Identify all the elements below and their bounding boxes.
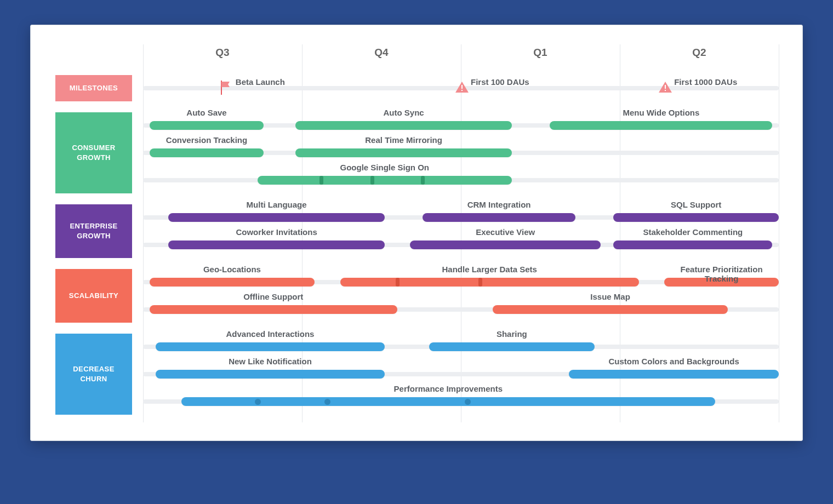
- gridline-0: [143, 44, 144, 422]
- category-enterprise: ENTERPRISE GROWTH: [55, 204, 132, 258]
- gantt-bar[interactable]: [150, 121, 264, 130]
- category-label: SCALABILITY: [69, 291, 118, 301]
- gantt-bar-label: Auto Sync: [295, 108, 511, 117]
- gantt-bar-label: Executive View: [410, 227, 601, 237]
- gantt-bar[interactable]: [181, 397, 715, 406]
- gantt-bar-label: Geo-Locations: [150, 265, 315, 274]
- gantt-bar-label: Advanced Interactions: [156, 329, 385, 339]
- gantt-bar[interactable]: [340, 278, 639, 287]
- gantt-bar[interactable]: [168, 240, 384, 249]
- quarter-header: Q2: [683, 47, 716, 59]
- gantt-bar[interactable]: [295, 148, 511, 157]
- alert-icon: [658, 81, 672, 96]
- gantt-bar-label: Issue Map: [493, 292, 728, 301]
- gantt-bar-label: Coworker Invitations: [168, 227, 384, 237]
- gantt-bar-label: Handle Larger Data Sets: [340, 265, 639, 274]
- gridline-4: [779, 44, 779, 422]
- gantt-bar-label: Menu Wide Options: [550, 108, 772, 117]
- category-churn: DECREASE CHURN: [55, 334, 132, 415]
- bar-tick: [396, 278, 400, 287]
- quarter-header: Q4: [365, 47, 398, 59]
- gantt-bar[interactable]: [613, 213, 779, 222]
- category-label: DECREASE CHURN: [61, 364, 127, 383]
- gantt-bar-label: Auto Save: [150, 108, 264, 117]
- gantt-bar-label: Multi Language: [168, 200, 384, 209]
- bar-tick: [370, 176, 374, 185]
- gantt-bar[interactable]: [258, 176, 512, 185]
- gantt-bar[interactable]: [150, 305, 397, 314]
- bar-dot: [465, 399, 471, 405]
- gantt-bar[interactable]: [150, 148, 264, 157]
- bar-dot: [255, 399, 261, 405]
- category-label: MILESTONES: [70, 83, 118, 93]
- svg-rect-2: [665, 85, 666, 89]
- gantt-bar[interactable]: [429, 342, 595, 351]
- svg-rect-0: [461, 85, 463, 89]
- category-label: CONSUMER GROWTH: [61, 143, 127, 162]
- gantt-bar-label: CRM Integration: [423, 200, 575, 209]
- gantt-bar[interactable]: [410, 240, 601, 249]
- gantt-bar-label: Stakeholder Commenting: [613, 227, 772, 237]
- alert-icon: [455, 81, 469, 96]
- gantt-bar[interactable]: [613, 240, 772, 249]
- category-scale: SCALABILITY: [55, 269, 132, 323]
- flag-icon: [220, 81, 232, 97]
- gantt-bar-label: Real Time Mirroring: [295, 135, 511, 145]
- gantt-bar-label: Conversion Tracking: [150, 135, 264, 145]
- gantt-bar[interactable]: [550, 121, 772, 130]
- bar-tick: [478, 278, 482, 287]
- quarter-header: Q1: [524, 47, 557, 59]
- gantt-bar[interactable]: [493, 305, 728, 314]
- gantt-bar[interactable]: [156, 370, 385, 379]
- svg-rect-1: [461, 90, 463, 91]
- milestone-label: Beta Launch: [236, 77, 285, 87]
- gantt-bar[interactable]: [295, 121, 511, 130]
- gantt-bar-label: Sharing: [429, 329, 595, 339]
- gantt-bar[interactable]: [423, 213, 575, 222]
- category-label: ENTERPRISE GROWTH: [61, 221, 127, 240]
- gantt-bar[interactable]: [156, 342, 385, 351]
- gantt-bar-label: SQL Support: [613, 200, 779, 209]
- milestone-label: First 100 DAUs: [471, 77, 529, 87]
- category-milestones: MILESTONES: [55, 75, 132, 101]
- gantt-bar-label: Offline Support: [150, 292, 397, 301]
- roadmap-chart: Q3Q4Q1Q2MILESTONESCONSUMER GROWTHENTERPR…: [55, 44, 779, 422]
- gantt-bar-label: Feature Prioritization Tracking: [664, 265, 779, 283]
- bar-tick: [319, 176, 323, 185]
- svg-rect-3: [665, 90, 666, 91]
- category-consumer: CONSUMER GROWTH: [55, 112, 132, 193]
- gantt-bar[interactable]: [168, 213, 384, 222]
- gantt-bar-label: Google Single Sign On: [258, 163, 512, 172]
- gantt-bar-label: Performance Improvements: [181, 384, 715, 393]
- roadmap-card: Q3Q4Q1Q2MILESTONESCONSUMER GROWTHENTERPR…: [30, 25, 803, 441]
- gantt-bar[interactable]: [569, 370, 779, 379]
- bar-tick: [421, 176, 425, 185]
- gantt-bar-label: New Like Notification: [156, 357, 385, 366]
- quarter-header: Q3: [206, 47, 239, 59]
- milestone-label: First 1000 DAUs: [674, 77, 737, 87]
- gantt-bar[interactable]: [150, 278, 315, 287]
- gantt-bar-label: Custom Colors and Backgrounds: [569, 357, 779, 366]
